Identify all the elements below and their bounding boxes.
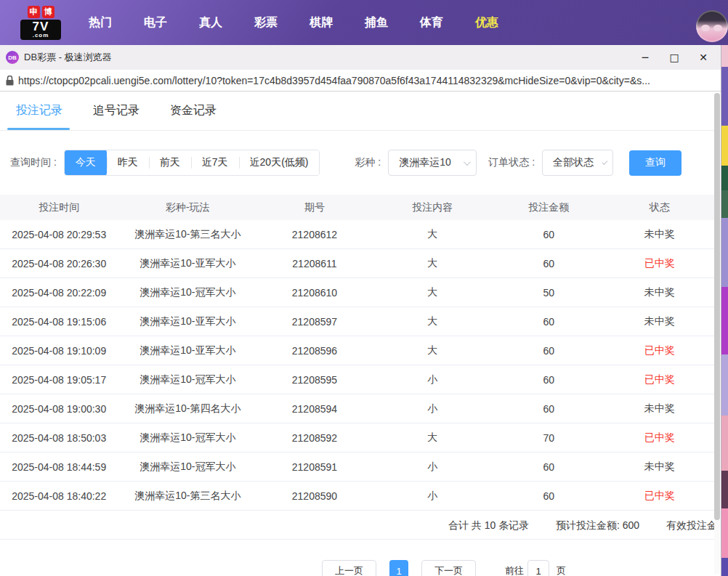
column-header: 状态 xyxy=(604,201,715,214)
top-navbar: 申 博 7V .com 热门电子真人彩票棋牌捕鱼体育优惠 xyxy=(0,0,728,45)
cell-amount: 60 xyxy=(493,461,604,473)
goto-page-input[interactable] xyxy=(527,560,549,576)
logo-suffix-text: .com xyxy=(33,33,49,38)
nav-item[interactable]: 电子 xyxy=(144,15,167,31)
pagination: 上一页 1 下一页 前往 页 xyxy=(322,560,566,576)
cell-issue: 21208591 xyxy=(257,461,371,473)
nav-item[interactable]: 优惠 xyxy=(475,15,498,31)
backdrop-segment xyxy=(721,558,728,576)
column-header: 投注金额 xyxy=(493,201,604,214)
summary-valid-amount: 有效投注金额 xyxy=(666,519,715,532)
browser-app-icon: DB xyxy=(6,51,19,64)
table-row: 2025-04-08 18:40:22澳洲幸运10-第三名大小21208590小… xyxy=(0,482,715,511)
time-filter-button[interactable]: 前天 xyxy=(149,150,191,175)
close-button[interactable]: ✕ xyxy=(689,46,718,68)
backdrop-segment xyxy=(721,67,728,126)
cell-time: 2025-04-08 20:26:30 xyxy=(0,258,118,269)
chevron-down-icon xyxy=(602,159,608,165)
cell-status: 已中奖 xyxy=(604,344,715,357)
cell-status: 已中奖 xyxy=(604,490,715,503)
cell-content: 大 xyxy=(372,344,493,357)
table-header-row: 投注时间彩种-玩法期号投注内容投注金额状态 xyxy=(0,195,715,220)
table-row: 2025-04-08 18:50:03澳洲幸运10-冠军大小21208592大7… xyxy=(0,423,715,453)
table-row: 2025-04-08 20:29:53澳洲幸运10-第三名大小21208612大… xyxy=(0,220,715,249)
time-filter-button[interactable]: 近7天 xyxy=(191,150,239,175)
cell-content: 大 xyxy=(372,257,493,270)
goto-page-label: 前往 xyxy=(505,564,524,576)
nav-item[interactable]: 真人 xyxy=(199,15,222,31)
cell-issue: 21208590 xyxy=(257,490,371,502)
summary-row: 合计 共 10 条记录 预计投注金额: 600 有效投注金额 xyxy=(0,511,715,540)
cell-amount: 50 xyxy=(493,287,604,299)
cell-content: 小 xyxy=(372,461,493,474)
cell-status: 未中奖 xyxy=(604,315,715,328)
cell-time: 2025-04-08 18:40:22 xyxy=(0,490,118,502)
backdrop-segment xyxy=(721,508,728,558)
cell-amount: 60 xyxy=(493,374,604,386)
backdrop-segment xyxy=(721,166,728,190)
time-filter-group: 今天昨天前天近7天近20天(低频) xyxy=(64,150,320,176)
cell-time: 2025-04-08 18:44:59 xyxy=(0,461,118,473)
nav-item[interactable]: 彩票 xyxy=(254,15,278,31)
nav-item[interactable]: 热门 xyxy=(89,15,112,31)
cell-time: 2025-04-08 19:15:06 xyxy=(0,316,118,328)
user-avatar[interactable] xyxy=(696,10,728,42)
url-bar[interactable]: https://ctopcp02pcali.uengi5e.com/lotter… xyxy=(0,70,721,92)
tab[interactable]: 投注记录 xyxy=(16,92,62,130)
maximize-button[interactable]: □ xyxy=(660,46,689,68)
window-titlebar[interactable]: DB DB彩票 - 极速浏览器 ─ □ ✕ xyxy=(0,45,721,70)
cell-game: 澳洲幸运10-冠军大小 xyxy=(118,461,257,474)
cell-game: 澳洲幸运10-亚军大小 xyxy=(118,315,257,328)
nav-item[interactable]: 棋牌 xyxy=(310,15,333,31)
nav-item[interactable]: 体育 xyxy=(420,15,443,31)
minimize-button[interactable]: ─ xyxy=(631,46,660,68)
logo-badges: 申 博 xyxy=(20,6,61,18)
cell-amount: 60 xyxy=(493,229,604,240)
logo-main-text: 7V xyxy=(33,20,49,33)
cell-game: 澳洲幸运10-第三名大小 xyxy=(118,490,257,503)
backdrop-segment xyxy=(721,354,728,415)
current-page-button[interactable]: 1 xyxy=(389,560,408,576)
table-row: 2025-04-08 20:26:30澳洲幸运10-亚军大小21208611大6… xyxy=(0,249,715,278)
prev-page-button[interactable]: 上一页 xyxy=(322,560,376,576)
vertical-scrollbar[interactable] xyxy=(714,93,720,574)
time-filter-button[interactable]: 昨天 xyxy=(107,150,149,175)
cell-content: 大 xyxy=(372,315,493,328)
query-button[interactable]: 查询 xyxy=(629,150,682,176)
cell-time: 2025-04-08 20:29:53 xyxy=(0,229,118,240)
lock-icon xyxy=(6,76,14,86)
lottery-filter-label: 彩种 : xyxy=(355,156,381,169)
cell-time: 2025-04-08 18:50:03 xyxy=(0,432,118,444)
cell-amount: 70 xyxy=(493,432,604,444)
cell-content: 大 xyxy=(372,431,493,445)
browser-window: DB DB彩票 - 极速浏览器 ─ □ ✕ https://ctopcp02pc… xyxy=(0,45,721,576)
column-header: 投注内容 xyxy=(372,201,493,214)
column-header: 期号 xyxy=(257,201,371,214)
cell-status: 已中奖 xyxy=(604,373,715,386)
time-filter-button[interactable]: 近20天(低频) xyxy=(239,150,320,175)
site-logo[interactable]: 申 博 7V .com xyxy=(20,6,61,40)
logo-box: 7V .com xyxy=(20,20,61,40)
bet-records-table: 投注时间彩种-玩法期号投注内容投注金额状态 2025-04-08 20:29:5… xyxy=(0,195,715,540)
table-row: 2025-04-08 19:15:06澳洲幸运10-亚军大小21208597大6… xyxy=(0,307,715,336)
cell-game: 澳洲幸运10-冠军大小 xyxy=(118,373,257,386)
backdrop-segment xyxy=(721,218,728,287)
lottery-select[interactable]: 澳洲幸运10 xyxy=(388,150,477,176)
cell-content: 小 xyxy=(372,490,493,503)
topnav-items: 热门电子真人彩票棋牌捕鱼体育优惠 xyxy=(89,15,498,31)
tab[interactable]: 资金记录 xyxy=(170,92,217,130)
cell-content: 大 xyxy=(372,286,493,299)
cell-status: 已中奖 xyxy=(604,431,715,445)
cell-time: 2025-04-08 19:00:30 xyxy=(0,403,118,415)
backdrop-segment xyxy=(721,45,728,67)
scrollbar-thumb[interactable] xyxy=(714,93,720,520)
time-filter-button[interactable]: 今天 xyxy=(65,150,107,176)
nav-item[interactable]: 捕鱼 xyxy=(365,15,388,31)
cell-content: 小 xyxy=(372,373,493,386)
table-row: 2025-04-08 19:05:17澳洲幸运10-冠军大小21208595小6… xyxy=(0,365,715,394)
backdrop-segment xyxy=(721,287,728,354)
cell-content: 小 xyxy=(372,402,493,415)
next-page-button[interactable]: 下一页 xyxy=(421,560,476,576)
status-select[interactable]: 全部状态 xyxy=(542,150,613,176)
tab[interactable]: 追号记录 xyxy=(93,92,139,130)
